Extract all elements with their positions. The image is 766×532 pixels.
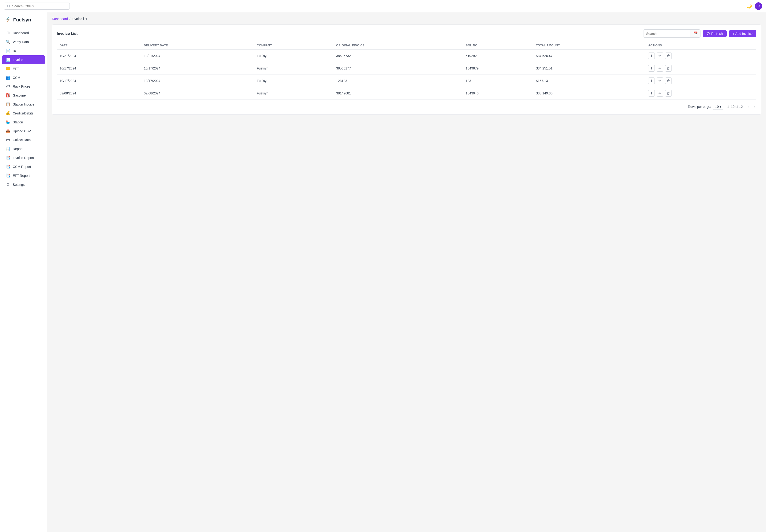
cell-1-3: 38560177: [333, 62, 463, 75]
sidebar-item-invoice[interactable]: 🧾 Invoice: [2, 55, 45, 64]
cell-3-actions: ⬇ ✏ 🗑: [645, 87, 756, 100]
cell-2-5: $167.13: [533, 75, 645, 87]
sidebar-eft-icon: 💳: [6, 66, 10, 71]
invoice-card: Invoice List 📅 Refresh + Add Invoice: [52, 24, 761, 115]
delete-button-3[interactable]: 🗑: [665, 90, 672, 97]
sidebar-item-invoice-report[interactable]: 📑 Invoice Report: [2, 153, 45, 162]
topbar: 🌙 SA: [0, 0, 766, 12]
col-header-delivery-date: DELIVERY DATE: [141, 41, 254, 50]
sidebar-item-upload-csv[interactable]: 📤 Upload CSV: [2, 127, 45, 135]
download-button-2[interactable]: ⬇: [648, 77, 655, 84]
sidebar-ccm-label: CCM: [13, 76, 20, 80]
table-row: 09/08/202409/08/2024Fuelsyn3814268116430…: [57, 87, 756, 100]
sidebar-station-invoice-label: Station Invoice: [13, 102, 34, 106]
sidebar-collect-data-icon: 🗃: [6, 138, 10, 142]
card-header: Invoice List 📅 Refresh + Add Invoice: [57, 29, 756, 38]
actions-cell-2: ⬇ ✏ 🗑: [648, 77, 754, 84]
cell-0-0: 10/21/2024: [57, 50, 141, 62]
sidebar-station-label: Station: [13, 120, 23, 124]
rows-per-page-label: Rows per page:: [688, 105, 711, 109]
col-header-bol-no.: BOL NO.: [463, 41, 533, 50]
prev-page-button[interactable]: ‹: [747, 103, 751, 110]
cell-0-5: $34,526.47: [533, 50, 645, 62]
sidebar-invoice-report-icon: 📑: [6, 155, 10, 160]
sidebar-dashboard-icon: ⊞: [6, 31, 10, 35]
sidebar-item-eft[interactable]: 💳 EFT: [2, 64, 45, 73]
sidebar-verify-data-label: Verify Data: [13, 40, 29, 44]
col-header-date: DATE: [57, 41, 141, 50]
cell-3-0: 09/08/2024: [57, 87, 141, 100]
cell-1-1: 10/17/2024: [141, 62, 254, 75]
invoice-table: DATEDELIVERY DATECOMPANYORIGINAL INVOICE…: [57, 41, 756, 100]
search-box[interactable]: [4, 3, 70, 10]
main-content: Dashboard / Invoice list Invoice List 📅 …: [47, 12, 766, 532]
sidebar-item-station-invoice[interactable]: 📋 Station Invoice: [2, 100, 45, 109]
add-invoice-button[interactable]: + Add Invoice: [729, 30, 756, 37]
download-button-1[interactable]: ⬇: [648, 65, 655, 72]
rows-per-page-select[interactable]: 10 ▾: [713, 104, 724, 110]
svg-line-1: [9, 7, 10, 7]
refresh-button[interactable]: Refresh: [703, 30, 727, 37]
edit-button-2[interactable]: ✏: [657, 77, 663, 84]
sidebar-upload-csv-icon: 📤: [6, 129, 10, 133]
sidebar-report-icon: 📊: [6, 146, 10, 151]
actions-cell-3: ⬇ ✏ 🗑: [648, 90, 754, 97]
download-button-3[interactable]: ⬇: [648, 90, 655, 97]
download-button-0[interactable]: ⬇: [648, 53, 655, 59]
cell-1-0: 10/17/2024: [57, 62, 141, 75]
search-input[interactable]: [12, 4, 67, 8]
avatar[interactable]: SA: [755, 2, 762, 10]
table-search-box[interactable]: 📅: [643, 29, 701, 38]
delete-button-2[interactable]: 🗑: [665, 77, 672, 84]
sidebar-item-report[interactable]: 📊 Report: [2, 144, 45, 153]
topbar-right: 🌙 SA: [747, 2, 762, 10]
sidebar-rack-prices-icon: 🏷: [6, 84, 10, 89]
col-header-total-amount: TOTAL AMOUNT: [533, 41, 645, 50]
cell-3-3: 38142681: [333, 87, 463, 100]
sidebar-item-verify-data[interactable]: 🔍 Verify Data: [2, 37, 45, 46]
refresh-icon: [707, 32, 710, 35]
table-search-input[interactable]: [644, 30, 691, 37]
cell-3-4: 1643046: [463, 87, 533, 100]
table-row: 10/17/202410/17/2024Fuelsyn3856017716498…: [57, 62, 756, 75]
cell-2-1: 10/17/2024: [141, 75, 254, 87]
search-icon: [7, 4, 10, 8]
sidebar-item-rack-prices[interactable]: 🏷 Rack Prices: [2, 82, 45, 91]
rows-per-page-value: 10: [715, 105, 719, 109]
sidebar: Fuelsyn ⊞ Dashboard 🔍 Verify Data 📄 BOL …: [0, 12, 47, 532]
delete-button-1[interactable]: 🗑: [665, 65, 672, 72]
page-info: 1–10 of 12: [727, 105, 743, 109]
sidebar-ccm-report-icon: 📑: [6, 164, 10, 169]
cell-0-3: 38595732: [333, 50, 463, 62]
cell-1-2: Fuelsyn: [254, 62, 334, 75]
sidebar-invoice-label: Invoice: [13, 58, 23, 62]
cell-0-4: 519292: [463, 50, 533, 62]
sidebar-item-collect-data[interactable]: 🗃 Collect Data: [2, 136, 45, 144]
cell-3-2: Fuelsyn: [254, 87, 334, 100]
sidebar-item-ccm-report[interactable]: 📑 CCM Report: [2, 162, 45, 171]
sidebar-item-gasoline[interactable]: ⛽ Gasoline: [2, 91, 45, 100]
breadcrumb-home[interactable]: Dashboard: [52, 17, 68, 21]
sidebar-item-settings[interactable]: ⚙ Settings: [2, 180, 45, 189]
calendar-icon[interactable]: 📅: [691, 30, 700, 37]
sidebar-item-ccm[interactable]: 👥 CCM: [2, 73, 45, 82]
delete-button-0[interactable]: 🗑: [665, 53, 672, 59]
add-invoice-label: + Add Invoice: [733, 32, 753, 36]
next-page-button[interactable]: ›: [752, 103, 756, 110]
edit-button-1[interactable]: ✏: [657, 65, 663, 72]
col-header-original-invoice: ORIGINAL INVOICE: [333, 41, 463, 50]
edit-button-0[interactable]: ✏: [657, 53, 663, 59]
theme-toggle-icon[interactable]: 🌙: [747, 4, 752, 9]
sidebar-item-station[interactable]: 🏪 Station: [2, 118, 45, 126]
sidebar-report-label: Report: [13, 147, 23, 151]
sidebar-item-dashboard[interactable]: ⊞ Dashboard: [2, 28, 45, 37]
sidebar-item-bol[interactable]: 📄 BOL: [2, 46, 45, 55]
cell-3-5: $33,149.36: [533, 87, 645, 100]
sidebar-item-credits-debits[interactable]: 💰 Credits/Debits: [2, 109, 45, 118]
sidebar-invoice-icon: 🧾: [6, 57, 10, 62]
table-head: DATEDELIVERY DATECOMPANYORIGINAL INVOICE…: [57, 41, 756, 50]
sidebar-credits-debits-label: Credits/Debits: [13, 111, 33, 115]
edit-button-3[interactable]: ✏: [657, 90, 663, 97]
logo[interactable]: Fuelsyn: [0, 16, 47, 28]
sidebar-item-eft-report[interactable]: 📑 EFT Report: [2, 171, 45, 180]
